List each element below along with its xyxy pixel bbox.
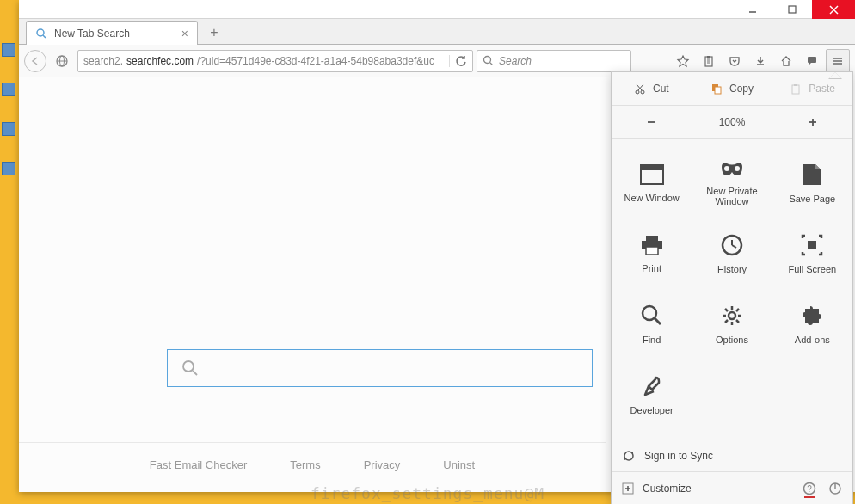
fullscreen-icon [800,233,824,257]
url-host: searchfec.com [126,55,194,67]
chat-icon[interactable] [800,49,824,73]
menu-options[interactable]: Options [692,289,772,360]
developer-icon [640,374,664,398]
svg-point-45 [729,312,735,319]
svg-rect-33 [641,165,663,170]
page-footer: Fast Email Checker Terms Privacy Uninst [19,442,606,471]
menu-grid: New Window New Private Window Save Page … [612,139,852,439]
desktop-icon[interactable] [2,162,15,175]
menu-paste: Paste [772,72,852,105]
tab-bar: New Tab Search × + [19,19,855,45]
sync-icon [622,449,636,463]
svg-rect-38 [646,247,658,255]
url-path: /?uid=4571d49e-c83d-4f21-a1a4-54b98aba3d… [197,55,434,67]
svg-rect-27 [792,85,799,94]
zoom-level[interactable]: 100% [692,106,773,138]
desktop-icon[interactable] [2,83,15,96]
page-search-box[interactable] [167,349,593,387]
svg-line-51 [736,320,739,323]
save-page-icon [802,163,822,187]
maximize-button[interactable] [772,0,812,19]
menu-save-page[interactable]: Save Page [772,148,852,218]
print-icon [640,234,664,256]
zoom-out-button[interactable] [612,106,692,138]
url-bar[interactable]: search2.searchfec.com/?uid=4571d49e-c83d… [77,50,473,72]
menu-find[interactable]: Find [612,289,692,360]
desktop-icon[interactable] [2,122,15,136]
hamburger-menu-panel: Cut Copy Paste 100% New Window New Priva… [611,71,853,504]
menu-full-screen[interactable]: Full Screen [772,218,852,289]
search-bar[interactable]: Search [477,50,631,72]
quit-button[interactable] [828,482,842,495]
footer-link[interactable]: Uninst [443,458,475,471]
menu-customize-row: Customize ? [612,472,852,504]
menu-developer[interactable]: Developer [612,360,692,430]
desktop-icon[interactable] [2,43,15,57]
plus-icon [622,482,634,495]
tab-close-icon[interactable]: × [181,27,188,40]
svg-line-53 [725,320,728,323]
footer-link[interactable]: Terms [290,458,320,471]
new-tab-button[interactable]: + [203,22,225,44]
search-icon [181,360,199,377]
footer-link[interactable]: Fast Email Checker [150,458,247,471]
clipboard-icon[interactable] [697,49,721,73]
svg-line-10 [490,63,493,65]
titlebar [19,0,855,19]
menu-add-ons[interactable]: Add-ons [772,289,852,360]
svg-point-9 [484,57,491,64]
pocket-icon[interactable] [723,49,747,73]
addons-icon [800,304,824,328]
private-window-icon [718,160,746,179]
scissors-icon [634,83,646,95]
svg-rect-28 [794,84,797,86]
svg-line-50 [725,309,728,311]
menu-new-window[interactable]: New Window [612,148,692,218]
bookmark-star-icon[interactable] [671,49,695,73]
help-button[interactable]: ? [803,482,816,495]
svg-point-43 [643,306,656,320]
footer-link[interactable]: Privacy [364,458,401,471]
svg-point-34 [724,166,729,171]
minimize-button[interactable] [733,0,772,19]
menu-history[interactable]: History [692,218,772,289]
downloads-icon[interactable] [748,49,772,73]
copy-icon [710,83,723,95]
menu-copy[interactable]: Copy [692,72,773,105]
options-icon [720,304,744,328]
svg-rect-12 [707,56,710,58]
svg-text:?: ? [807,484,812,494]
zoom-in-button[interactable] [772,106,852,138]
svg-line-44 [655,318,661,324]
svg-point-4 [37,29,44,36]
history-icon [720,233,744,257]
tab-title: New Tab Search [54,28,130,40]
menu-new-private-window[interactable]: New Private Window [692,148,772,218]
search-icon [483,55,494,66]
svg-line-52 [736,309,739,311]
tab-active[interactable]: New Tab Search × [26,21,198,45]
close-button[interactable] [812,0,855,19]
reload-button[interactable] [449,55,467,67]
svg-rect-1 [789,6,796,13]
site-identity-icon[interactable] [50,49,74,73]
svg-point-35 [735,166,740,171]
svg-rect-26 [715,87,721,94]
search-icon [35,28,47,40]
menu-sign-in-sync[interactable]: Sign in to Sync [612,439,852,472]
back-button[interactable] [24,50,46,72]
watermark: firefox_settings_menu@M [311,484,544,502]
svg-line-20 [193,371,197,375]
menu-cut[interactable]: Cut [612,72,692,105]
svg-rect-36 [646,236,658,241]
svg-line-5 [43,35,46,38]
url-prefix: search2. [83,55,123,67]
search-placeholder: Search [499,55,532,67]
svg-line-41 [732,245,736,248]
menu-customize[interactable]: Customize [622,482,692,495]
home-icon[interactable] [774,49,798,73]
find-icon [640,304,664,328]
svg-point-19 [183,361,194,372]
menu-print[interactable]: Print [612,218,692,289]
svg-point-22 [641,90,644,94]
